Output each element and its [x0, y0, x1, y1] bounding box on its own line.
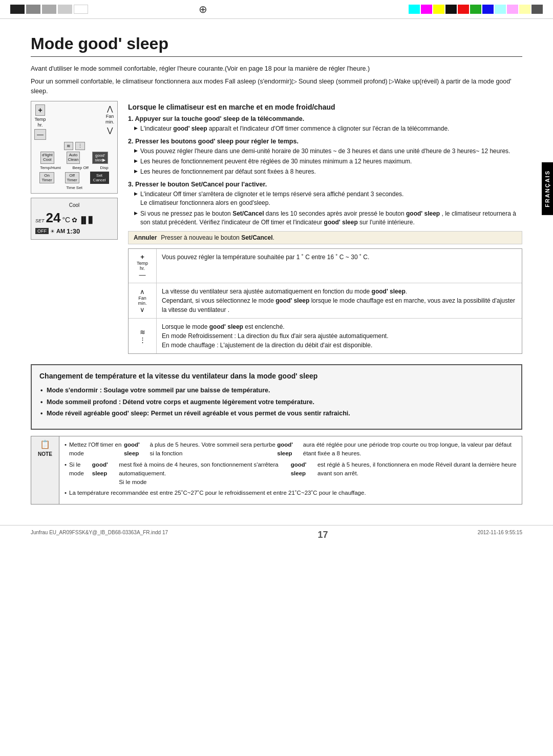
step-3: 3. Presser le bouton Set/Cancel pour l'a…	[128, 181, 522, 227]
color-blocks-right	[409, 5, 543, 14]
display-panel: Cool SET 24 °C ✿ ▐▌▊ OFF ☀ AM 1:30	[31, 198, 118, 240]
note-content: Mettez l'Off timer en mode good' sleep à…	[59, 436, 522, 504]
color-block-darkgray2	[531, 5, 543, 14]
note-label-col: 📋 NOTE	[31, 436, 59, 504]
right-column: Lorsque le climatiseur est en marche et …	[128, 101, 522, 354]
remote-set-cancel-button[interactable]: SetCancel	[90, 172, 109, 184]
note-bullet-3: La température recommandée est entre 25˚…	[65, 489, 517, 497]
intro-paragraph-1: Avant d'utiliser le mode sommeil confort…	[31, 64, 522, 74]
bottom-section-title: Changement de température et la vitesse …	[39, 371, 514, 382]
info-text-temp: Vous pouvez régler la température souhai…	[157, 249, 522, 283]
page-title: Mode good' sleep	[31, 34, 522, 57]
color-block-white	[74, 5, 88, 14]
display-set-label: SET	[35, 218, 45, 223]
intro-paragraph-2: Pour un sommeil confortable, le climatis…	[31, 77, 522, 96]
annuler-text: Presser à nouveau le bouton Set/Cancel.	[161, 234, 274, 241]
info-row-temp: + Temphr. — Vous pouvez régler la tempér…	[129, 249, 522, 283]
step-1: 1. Appuyer sur la touche good' sleep de …	[128, 115, 522, 133]
annuler-box: Annuler Presser à nouveau le bouton Set/…	[128, 231, 522, 244]
footer-left: Junfrau EU_AR09FSSK&Y@_IB_DB68-03363A_FR…	[31, 530, 168, 540]
bottom-bullet-list: Mode s'endormir : Soulage votre sommeil …	[39, 386, 514, 418]
bullet-item-2: Mode sommeil profond : Détend votre corp…	[39, 397, 514, 407]
color-block-lightcyan	[495, 5, 506, 14]
step-2-bullet-2: Les heures de fonctionnement peuvent êtr…	[128, 157, 522, 166]
note-bullet-1: Mettez l'Off timer en mode good' sleep à…	[65, 440, 517, 458]
step-2-bullet-3-text: Les heures de fonctionnement par défaut …	[140, 167, 316, 176]
language-label: FRANÇAIS	[542, 162, 553, 215]
bullet-item-1: Mode s'endormir : Soulage votre sommeil …	[39, 386, 514, 395]
left-column: + Temphr. — ⋀ Fanmin. ⋁ ≋ ⋮ d'lightCool	[31, 101, 118, 354]
step-1-bullet-1: L'indicateur good' sleep apparaît et l'i…	[128, 124, 522, 133]
footer-right: 2012-11-16 9:55:15	[478, 530, 522, 540]
annuler-label: Annuler	[134, 234, 157, 241]
fan-icon-cell: ∧ Fanmin. ∨	[129, 283, 157, 318]
color-block-green	[470, 5, 481, 14]
display-cool-label: Cool	[35, 202, 113, 208]
info-table: + Temphr. — Vous pouvez régler la tempér…	[128, 248, 522, 354]
step-2-bullet-1: Vous pouvez régler l'heure dans une demi…	[128, 147, 522, 156]
remote-plus-button[interactable]: +	[35, 104, 45, 116]
info-row-airflow: ≋ ⋮ Lorsque le mode good' sleep est encl…	[129, 319, 522, 353]
time-set-label: Time Set	[34, 185, 114, 190]
display-off-badge: OFF	[35, 228, 49, 234]
bullet-item-3: Mode réveil agréable good' sleep: Permet…	[39, 409, 514, 418]
step-2-bullet-2-text: Les heures de fonctionnement peuvent êtr…	[140, 157, 412, 166]
remote-minus-button[interactable]: —	[34, 129, 46, 140]
color-block-cyan	[409, 5, 420, 14]
step-2: 2. Presser les boutons good' sleep pour …	[128, 138, 522, 177]
step-3-title: 3. Presser le bouton Set/Cancel pour l'a…	[128, 181, 522, 188]
step-1-bullet-1-text: L'indicateur good' sleep apparaît et l'i…	[140, 124, 449, 133]
color-blocks-left	[10, 5, 88, 14]
page-number: 17	[317, 530, 328, 540]
center-target-symbol: ⊕	[199, 3, 207, 15]
color-block-lightmagenta	[507, 5, 518, 14]
display-am-label: AM	[56, 228, 65, 234]
color-block-blue	[482, 5, 494, 14]
color-block-red	[458, 5, 469, 14]
step-3-bullet-2: Si vous ne pressez pas le bouton Set/Can…	[128, 209, 522, 227]
section-heading: Lorsque le climatiseur est en marche et …	[128, 103, 522, 111]
remote-control-illustration: + Temphr. — ⋀ Fanmin. ⋁ ≋ ⋮ d'lightCool	[31, 101, 118, 194]
header-bar: ⊕	[0, 0, 553, 19]
info-row-fan: ∧ Fanmin. ∨ La vitesse du ventilateur se…	[129, 283, 522, 319]
color-block-gray	[42, 5, 56, 14]
step-3-bullet-1: L'indicateur Off timer s'arrêtera de cli…	[128, 190, 522, 208]
info-text-airflow: Lorsque le mode good' sleep est enclench…	[157, 319, 522, 353]
color-block-lightyellow	[519, 5, 530, 14]
step-2-bullet-3: Les heures de fonctionnement par défaut …	[128, 167, 522, 176]
content-grid: + Temphr. — ⋀ Fanmin. ⋁ ≋ ⋮ d'lightCool	[31, 101, 522, 354]
remote-good-sleep-button[interactable]: good'slee▶	[92, 152, 108, 164]
temp-icon-cell: + Temphr. —	[129, 249, 157, 283]
bottom-section: Changement de température et la vitesse …	[31, 364, 522, 430]
note-icon: 📋	[40, 439, 50, 449]
step-3-bullet-2-text: Si vous ne pressez pas le bouton Set/Can…	[140, 209, 522, 227]
step-3-bullet-1-text: L'indicateur Off timer s'arrêtera de cli…	[140, 190, 403, 208]
footer: Junfrau EU_AR09FSSK&Y@_IB_DB68-03363A_FR…	[0, 525, 553, 544]
note-bullet-2: Si le mode good' sleep mest fixé à moins…	[65, 460, 517, 487]
note-word-label: NOTE	[38, 451, 52, 457]
color-block-black2	[445, 5, 457, 14]
color-block-yellow	[433, 5, 444, 14]
note-box: 📋 NOTE Mettez l'Off timer en mode good' …	[31, 436, 522, 505]
step-2-title: 2. Presser les boutons good' sleep pour …	[128, 138, 522, 145]
color-block-black	[10, 5, 25, 14]
info-text-fan: La vitesse du ventilateur sera ajustée a…	[157, 283, 522, 318]
main-content: FRANÇAIS Mode good' sleep Avant d'utilis…	[0, 19, 553, 515]
display-temp-value: 24	[46, 210, 61, 226]
color-block-lightgray	[58, 5, 72, 14]
color-block-darkgray	[26, 5, 40, 14]
color-block-magenta	[421, 5, 432, 14]
step-1-title: 1. Appuyer sur la touche good' sleep de …	[128, 115, 522, 122]
display-degree: °C	[62, 216, 70, 224]
step-2-bullet-1-text: Vous pouvez régler l'heure dans une demi…	[140, 147, 510, 156]
airflow-icon-cell: ≋ ⋮	[129, 319, 157, 353]
